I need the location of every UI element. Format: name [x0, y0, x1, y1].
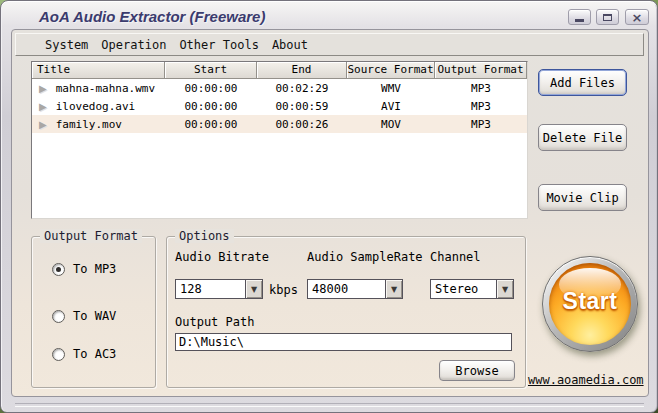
radio-button-icon — [52, 263, 65, 276]
delete-file-button[interactable]: Delete File — [538, 124, 627, 151]
menu-other-tools[interactable]: Other Tools — [179, 36, 258, 54]
radio-to-mp3[interactable]: To MP3 — [52, 261, 116, 277]
dropdown-arrow-icon: ▼ — [391, 285, 397, 294]
file-output-format: MP3 — [435, 100, 527, 113]
dropdown-button[interactable]: ▼ — [245, 280, 262, 298]
close-button[interactable]: × — [625, 9, 649, 25]
row-play-icon: ▶ — [39, 119, 47, 130]
options-group: Options Audio Bitrate Audio SampleRate C… — [166, 236, 526, 388]
file-start-time: 00:00:00 — [165, 82, 257, 95]
audio-bitrate-value: 128 — [176, 280, 245, 298]
dropdown-arrow-icon: ▼ — [502, 285, 508, 294]
menu-system[interactable]: System — [45, 36, 88, 54]
restore-button[interactable] — [596, 9, 619, 25]
radio-label: To MP3 — [73, 262, 116, 276]
table-row[interactable]: ▶ mahna-mahna.wmv 00:00:00 00:02:29 WMV … — [32, 79, 527, 97]
audio-samplerate-select[interactable]: 48000 ▼ — [307, 279, 403, 299]
file-start-time: 00:00:00 — [165, 118, 257, 131]
file-source-format: MOV — [347, 118, 435, 131]
channel-label: Channel — [430, 250, 481, 264]
column-header-end[interactable]: End — [257, 62, 347, 79]
audio-bitrate-label: Audio Bitrate — [175, 250, 269, 264]
table-row-selected[interactable]: ▶ family.mov 00:00:00 00:00:26 MOV MP3 — [32, 115, 527, 133]
channel-select[interactable]: Stereo ▼ — [430, 279, 514, 299]
file-output-format: MP3 — [435, 82, 527, 95]
file-title: family.mov — [56, 118, 122, 131]
dropdown-button[interactable]: ▼ — [385, 280, 402, 298]
audio-bitrate-select[interactable]: 128 ▼ — [175, 279, 263, 299]
file-title: ilovedog.avi — [56, 100, 135, 113]
output-path-label: Output Path — [175, 315, 254, 329]
radio-button-icon — [52, 348, 65, 361]
menu-bar: System Operation Other Tools About — [15, 33, 644, 56]
output-path-input[interactable] — [175, 333, 512, 351]
file-list-header: Title Start End Source Format Output For… — [32, 62, 527, 79]
radio-to-ac3[interactable]: To AC3 — [52, 346, 116, 362]
file-source-format: WMV — [347, 82, 435, 95]
menu-operation[interactable]: Operation — [101, 36, 166, 54]
start-button[interactable]: Start — [542, 256, 638, 352]
radio-to-wav[interactable]: To WAV — [52, 308, 116, 324]
file-source-format: AVI — [347, 100, 435, 113]
file-end-time: 00:02:29 — [257, 82, 347, 95]
row-play-icon: ▶ — [39, 101, 47, 112]
start-button-face: Start — [549, 263, 631, 345]
column-header-source-format[interactable]: Source Format — [347, 62, 435, 79]
dropdown-button[interactable]: ▼ — [496, 280, 513, 298]
file-title: mahna-mahna.wmv — [56, 82, 155, 95]
add-files-button[interactable]: Add Files — [538, 69, 627, 96]
channel-value: Stereo — [431, 280, 496, 298]
minimize-button[interactable] — [568, 9, 591, 25]
app-window: AoA Audio Extractor (Freeware) × System … — [0, 0, 658, 413]
column-header-output-format[interactable]: Output Format — [435, 62, 527, 79]
start-button-label: Start — [563, 288, 618, 315]
kbps-label: kbps — [269, 283, 298, 297]
radio-button-icon — [52, 310, 65, 323]
table-row[interactable]: ▶ ilovedog.avi 00:00:00 00:00:59 AVI MP3 — [32, 97, 527, 115]
browse-button[interactable]: Browse — [439, 360, 515, 381]
row-play-icon: ▶ — [39, 83, 47, 94]
file-start-time: 00:00:00 — [165, 100, 257, 113]
audio-samplerate-value: 48000 — [308, 280, 385, 298]
column-header-title[interactable]: Title — [32, 62, 165, 79]
options-legend: Options — [175, 229, 234, 243]
close-icon: × — [632, 11, 643, 24]
file-output-format: MP3 — [435, 118, 527, 131]
file-list: Title Start End Source Format Output For… — [31, 61, 528, 219]
dropdown-arrow-icon: ▼ — [251, 285, 257, 294]
minimize-icon — [575, 19, 584, 22]
website-link[interactable]: www.aoamedia.com — [528, 373, 644, 387]
audio-samplerate-label: Audio SampleRate — [307, 250, 423, 264]
radio-label: To WAV — [73, 309, 116, 323]
restore-icon — [603, 14, 612, 21]
file-end-time: 00:00:59 — [257, 100, 347, 113]
menu-about[interactable]: About — [272, 36, 308, 54]
file-end-time: 00:00:26 — [257, 118, 347, 131]
window-title: AoA Audio Extractor (Freeware) — [39, 8, 265, 25]
window-bottom-groove — [15, 403, 644, 407]
output-format-legend: Output Format — [40, 229, 142, 243]
movie-clip-button[interactable]: Movie Clip — [538, 184, 627, 211]
output-format-group: Output Format To MP3 To WAV To AC3 — [31, 236, 156, 388]
column-header-start[interactable]: Start — [165, 62, 257, 79]
radio-label: To AC3 — [73, 347, 116, 361]
